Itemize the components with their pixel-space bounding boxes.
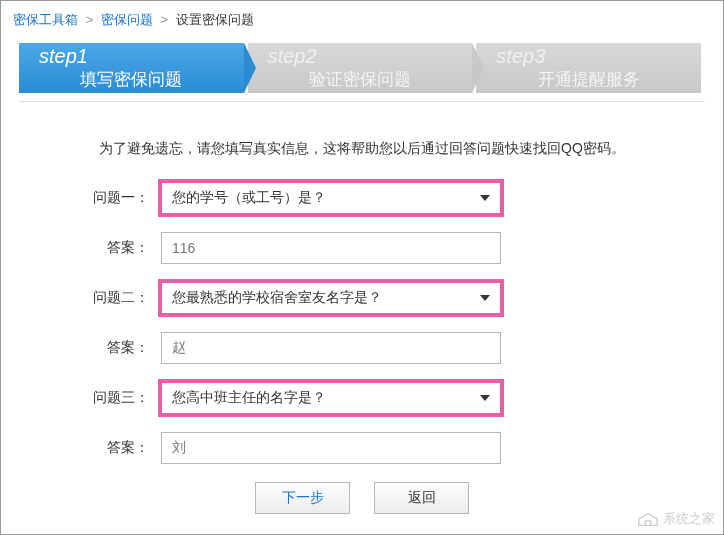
house-icon bbox=[637, 511, 659, 527]
security-question-form: 问题一： 您的学号（或工号）是？ 答案： 问题二： 您最熟悉的学校宿舍室友名字是… bbox=[1, 182, 723, 514]
question-2-value: 您最熟悉的学校宿舍室友名字是？ bbox=[162, 283, 500, 313]
step-indicator: step1 填写密保问题 step2 验证密保问题 step3 开通提醒服务 bbox=[1, 43, 723, 93]
question-1-select[interactable]: 您的学号（或工号）是？ bbox=[161, 182, 501, 214]
question-2-select[interactable]: 您最熟悉的学校宿舍室友名字是？ bbox=[161, 282, 501, 314]
step-1: step1 填写密保问题 bbox=[19, 43, 244, 93]
step-2-num: step2 bbox=[268, 46, 473, 66]
question-3-label: 问题三： bbox=[51, 389, 161, 407]
answer-2-input[interactable] bbox=[161, 332, 501, 364]
answer-1-label: 答案： bbox=[51, 239, 161, 257]
breadcrumb: 密保工具箱 > 密保问题 > 设置密保问题 bbox=[1, 1, 723, 39]
answer-2-label: 答案： bbox=[51, 339, 161, 357]
question-1-label: 问题一： bbox=[51, 189, 161, 207]
watermark: 系统之家 bbox=[637, 510, 715, 528]
next-button[interactable]: 下一步 bbox=[255, 482, 350, 514]
answer-3-label: 答案： bbox=[51, 439, 161, 457]
step-1-label: 填写密保问题 bbox=[39, 68, 244, 91]
chevron-down-icon bbox=[480, 395, 490, 401]
step-2: step2 验证密保问题 bbox=[248, 43, 473, 93]
answer-1-input[interactable] bbox=[161, 232, 501, 264]
step-3: step3 开通提醒服务 bbox=[476, 43, 701, 93]
hint-text: 为了避免遗忘，请您填写真实信息，这将帮助您以后通过回答问题快速找回QQ密码。 bbox=[1, 140, 723, 158]
chevron-down-icon bbox=[480, 195, 490, 201]
divider bbox=[19, 101, 705, 102]
answer-3-input[interactable] bbox=[161, 432, 501, 464]
question-1-value: 您的学号（或工号）是？ bbox=[162, 183, 500, 213]
step-2-label: 验证密保问题 bbox=[268, 68, 473, 91]
step-3-num: step3 bbox=[496, 46, 701, 66]
breadcrumb-sep: > bbox=[160, 12, 168, 27]
question-2-label: 问题二： bbox=[51, 289, 161, 307]
chevron-down-icon bbox=[480, 295, 490, 301]
question-3-value: 您高中班主任的名字是？ bbox=[162, 383, 500, 413]
step-1-num: step1 bbox=[39, 46, 244, 66]
breadcrumb-sep: > bbox=[86, 12, 94, 27]
breadcrumb-link-questions[interactable]: 密保问题 bbox=[101, 12, 153, 27]
question-3-select[interactable]: 您高中班主任的名字是？ bbox=[161, 382, 501, 414]
breadcrumb-current: 设置密保问题 bbox=[176, 12, 254, 27]
watermark-text: 系统之家 bbox=[663, 510, 715, 528]
step-3-label: 开通提醒服务 bbox=[496, 68, 701, 91]
back-button[interactable]: 返回 bbox=[374, 482, 469, 514]
breadcrumb-link-toolbox[interactable]: 密保工具箱 bbox=[13, 12, 78, 27]
